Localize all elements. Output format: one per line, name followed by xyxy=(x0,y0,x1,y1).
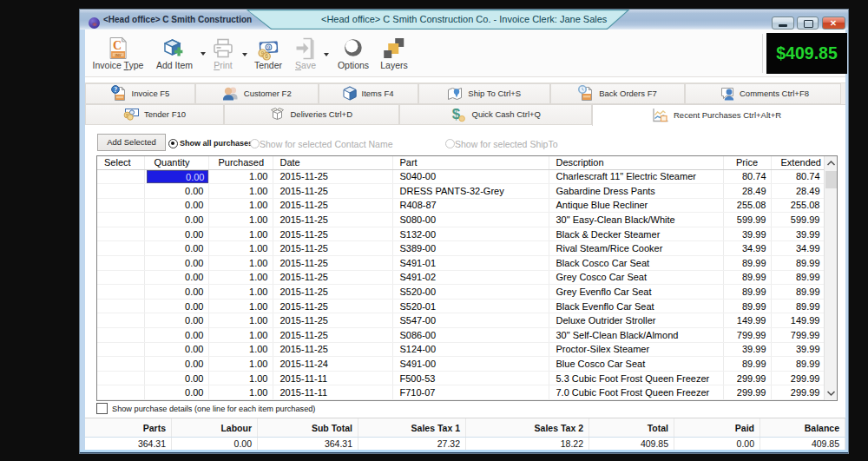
svg-text:?: ? xyxy=(114,86,117,94)
svg-text:C: C xyxy=(113,39,122,52)
svg-text:INV: INV xyxy=(115,53,121,57)
svg-text:6: 6 xyxy=(265,53,268,59)
